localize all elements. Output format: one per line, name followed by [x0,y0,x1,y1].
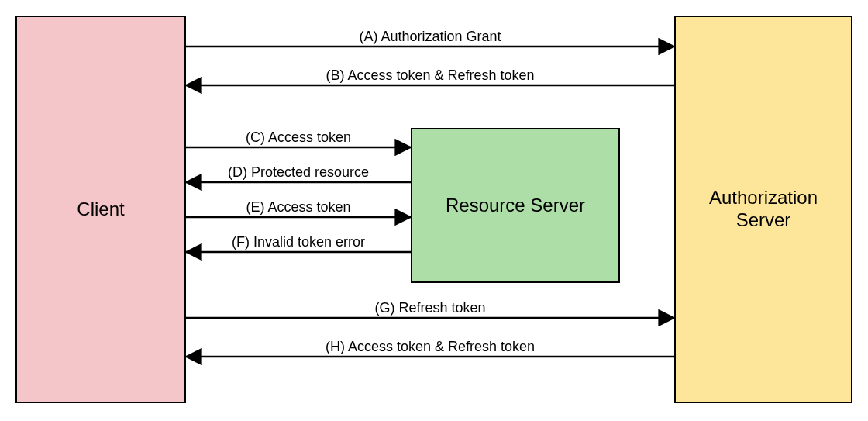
client-box: Client [16,16,186,403]
label-c: (C) Access token [246,129,351,147]
label-h: (H) Access token & Refresh token [326,339,535,357]
label-d: (D) Protected resource [228,164,369,182]
label-e: (E) Access token [246,199,350,217]
label-a: (A) Authorization Grant [359,29,501,47]
diagram-stage: Client Resource Server AuthorizationServ… [0,0,868,421]
authorization-server-box: AuthorizationServer [674,16,852,403]
resource-server-label: Resource Server [446,195,585,217]
resource-server-box: Resource Server [411,128,620,283]
client-label: Client [77,198,124,221]
label-g: (G) Refresh token [374,300,485,318]
label-b: (B) Access token & Refresh token [326,67,534,85]
authorization-server-label: AuthorizationServer [709,187,818,232]
label-f: (F) Invalid token error [232,234,365,252]
